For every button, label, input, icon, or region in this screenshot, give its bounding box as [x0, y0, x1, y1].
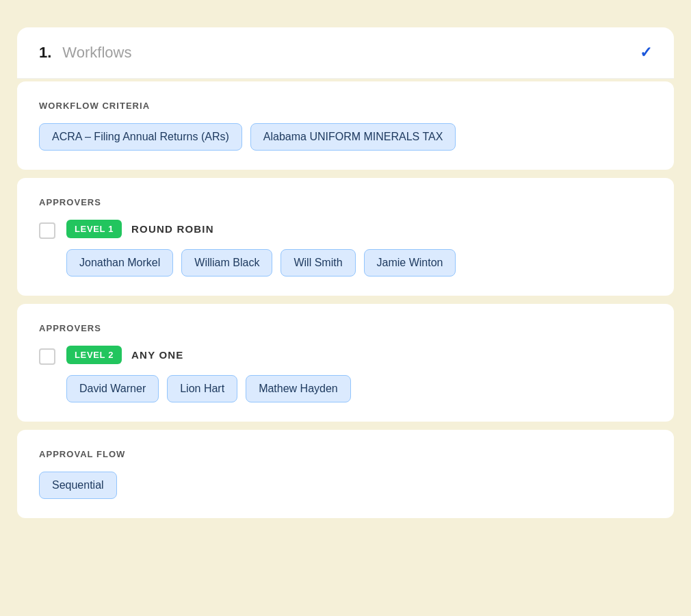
- approver-l1-1[interactable]: William Black: [181, 249, 272, 277]
- workflow-criteria-card: WORKFLOW CRITERIA ACRA – Filing Annual R…: [17, 81, 674, 170]
- approvers-level1-card: APPROVERS LEVEL 1 ROUND ROBIN Jonathan M…: [17, 178, 674, 296]
- level2-approvers-tags: David Warner Lion Hart Mathew Hayden: [66, 375, 652, 402]
- approvers-level2-card: APPROVERS LEVEL 2 ANY ONE David Warner L…: [17, 304, 674, 422]
- level1-checkbox[interactable]: [39, 222, 55, 239]
- approval-flow-card: APPROVAL FLOW Sequential: [17, 430, 674, 518]
- level2-type: ANY ONE: [131, 349, 183, 361]
- criteria-tag-1[interactable]: Alabama UNIFORM MINERALS TAX: [250, 123, 456, 151]
- criteria-tag-0[interactable]: ACRA – Filing Annual Returns (ARs): [39, 123, 242, 151]
- workflow-criteria-label: WORKFLOW CRITERIA: [39, 101, 652, 111]
- level1-type: ROUND ROBIN: [131, 223, 214, 235]
- approval-flow-label: APPROVAL FLOW: [39, 449, 652, 459]
- workflows-header: 1. Workflows ✓: [17, 27, 674, 79]
- main-container: 1. Workflows ✓ WORKFLOW CRITERIA ACRA – …: [17, 27, 674, 518]
- workflows-title: Workflows: [62, 44, 131, 62]
- approval-flow-value[interactable]: Sequential: [39, 472, 117, 499]
- level1-badge: LEVEL 1: [66, 220, 122, 238]
- approvers-level2-label: APPROVERS: [39, 323, 652, 333]
- level2-row: LEVEL 2 ANY ONE: [66, 346, 652, 364]
- approvers-level1-row: LEVEL 1 ROUND ROBIN Jonathan Morkel Will…: [39, 220, 652, 277]
- level2-checkbox[interactable]: [39, 348, 55, 365]
- chevron-down-icon[interactable]: ✓: [640, 44, 652, 62]
- approver-l1-2[interactable]: Will Smith: [281, 249, 355, 277]
- approvers-level1-label: APPROVERS: [39, 197, 652, 207]
- approver-l1-3[interactable]: Jamie Winton: [364, 249, 456, 277]
- workflow-criteria-tags: ACRA – Filing Annual Returns (ARs) Alaba…: [39, 123, 652, 151]
- approver-l2-1[interactable]: Lion Hart: [167, 375, 237, 402]
- level2-badge: LEVEL 2: [66, 346, 122, 364]
- approvers-level1-content: LEVEL 1 ROUND ROBIN Jonathan Morkel Will…: [66, 220, 652, 277]
- approval-flow-tags: Sequential: [39, 472, 652, 499]
- workflows-number: 1.: [39, 44, 51, 62]
- approvers-level2-content: LEVEL 2 ANY ONE David Warner Lion Hart M…: [66, 346, 652, 402]
- approver-l1-0[interactable]: Jonathan Morkel: [66, 249, 173, 277]
- approvers-level2-row: LEVEL 2 ANY ONE David Warner Lion Hart M…: [39, 346, 652, 402]
- level1-row: LEVEL 1 ROUND ROBIN: [66, 220, 652, 238]
- approver-l2-2[interactable]: Mathew Hayden: [246, 375, 351, 402]
- workflows-title-group: 1. Workflows: [39, 44, 131, 62]
- level1-approvers-tags: Jonathan Morkel William Black Will Smith…: [66, 249, 652, 277]
- approver-l2-0[interactable]: David Warner: [66, 375, 159, 402]
